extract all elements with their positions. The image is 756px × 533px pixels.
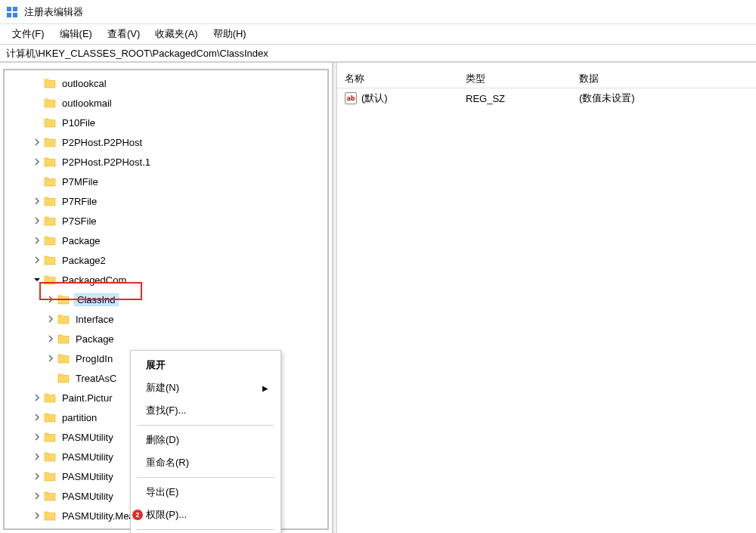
tree-item[interactable]: Interface [5, 309, 327, 329]
folder-icon [44, 491, 56, 501]
folder-icon [44, 412, 56, 423]
ctx-permissions[interactable]: 2 权限(P)... [131, 504, 280, 526]
ctx-export[interactable]: 导出(E) [131, 481, 280, 504]
tree-item-label: P7MFile [60, 175, 100, 188]
menu-file[interactable]: 文件(F) [5, 25, 52, 43]
tree-item[interactable]: Package [5, 231, 327, 250]
menubar: 文件(F) 编辑(E) 查看(V) 收藏夹(A) 帮助(H) [0, 24, 756, 44]
cell-name: ab(默认) [337, 90, 458, 107]
folder-icon [57, 314, 70, 324]
col-header-data[interactable]: 数据 [572, 69, 756, 88]
tree-item[interactable]: Package2 [5, 250, 327, 270]
tree-item[interactable]: ClassInd1 [5, 290, 327, 309]
tree-item[interactable]: outlookmail [5, 93, 327, 113]
tree-item-label: outlookmail [60, 97, 113, 110]
folder-icon [44, 432, 56, 442]
expander-icon[interactable] [32, 235, 42, 246]
svg-rect-3 [13, 13, 17, 17]
ctx-find[interactable]: 查找(F)... [131, 399, 280, 422]
ctx-separator-2 [137, 477, 274, 478]
tree-item-label: P7RFile [60, 195, 98, 208]
tree-item[interactable]: P7SFile [5, 211, 327, 231]
folder-icon [44, 98, 56, 108]
menu-favorites[interactable]: 收藏夹(A) [147, 25, 205, 43]
titlebar: 注册表编辑器 [0, 0, 756, 24]
cell-data: (数值未设置) [572, 90, 756, 107]
menu-view[interactable]: 查看(V) [100, 25, 147, 43]
folder-icon [57, 333, 70, 344]
folder-icon [44, 78, 56, 88]
tree-item-label: P2PHost.P2PHost.1 [60, 156, 152, 169]
tree-item-label: PASMUtility [60, 490, 115, 503]
folder-icon [44, 117, 56, 128]
tree-item-label: Paint.Pictur [60, 392, 113, 404]
ctx-rename[interactable]: 重命名(R) [131, 451, 280, 474]
list-body: ab(默认)REG_SZ(数值未设置) [337, 88, 756, 108]
string-value-icon: ab [345, 92, 357, 104]
ctx-new[interactable]: 新建(N) ▶ [131, 377, 280, 399]
menu-edit[interactable]: 编辑(E) [52, 25, 100, 43]
tree-item-label: P2PHost.P2PHost [60, 136, 144, 149]
tree-item-label: ProgIdIn [74, 352, 114, 365]
addressbar[interactable]: 计算机\HKEY_CLASSES_ROOT\PackagedCom\ClassI… [0, 44, 756, 62]
tree-item-label: outlookcal [60, 77, 108, 90]
tree-item-label: ClassInd [74, 293, 119, 306]
folder-icon [44, 471, 56, 482]
tree-item-label: P7SFile [60, 215, 98, 228]
tree-item[interactable]: P2PHost.P2PHost.1 [5, 152, 327, 172]
tree-item[interactable]: P7RFile [5, 191, 327, 211]
expander-icon[interactable] [32, 451, 42, 462]
tree-item[interactable]: P2PHost.P2PHost [5, 132, 327, 152]
col-header-type[interactable]: 类型 [458, 69, 572, 88]
svg-rect-0 [7, 7, 11, 11]
folder-icon [44, 176, 56, 187]
expander-icon[interactable] [45, 314, 56, 324]
tree-panel: outlookcaloutlookmailP10FileP2PHost.P2PH… [0, 63, 333, 533]
tree-item[interactable]: P10File [5, 113, 327, 132]
tree-item[interactable]: Package [5, 329, 327, 349]
folder-icon [44, 196, 56, 206]
app-icon [6, 6, 18, 18]
expander-icon[interactable] [45, 333, 56, 344]
expander-icon[interactable] [32, 255, 42, 265]
expander-icon[interactable] [32, 274, 42, 285]
folder-icon [44, 137, 56, 147]
content-area: outlookcaloutlookmailP10FileP2PHost.P2PH… [0, 62, 756, 533]
folder-icon [44, 215, 56, 226]
address-path: 计算机\HKEY_CLASSES_ROOT\PackagedCom\ClassI… [6, 48, 268, 59]
folder-icon [57, 294, 70, 305]
list-row[interactable]: ab(默认)REG_SZ(数值未设置) [337, 88, 756, 108]
ctx-expand[interactable]: 展开 [131, 354, 280, 377]
expander-icon[interactable] [32, 392, 42, 403]
expander-icon[interactable] [32, 432, 42, 442]
cell-type: REG_SZ [458, 91, 572, 106]
tree-item-label: P10File [60, 116, 97, 129]
expander-icon[interactable] [32, 471, 42, 482]
col-header-name[interactable]: 名称 [337, 69, 458, 88]
expander-icon[interactable] [32, 215, 42, 226]
expander-icon[interactable] [45, 294, 56, 305]
badge-2: 2 [132, 510, 143, 520]
tree-item-label: partition [60, 411, 98, 424]
expander-icon[interactable] [32, 156, 42, 167]
menu-help[interactable]: 帮助(H) [206, 25, 254, 43]
expander-icon[interactable] [32, 196, 42, 206]
ctx-delete[interactable]: 删除(D) [131, 429, 280, 451]
tree-item-label: Package [60, 234, 102, 247]
expander-icon[interactable] [45, 353, 56, 364]
expander-icon[interactable] [32, 491, 42, 501]
tree-item-label: Package2 [60, 254, 107, 267]
tree-item[interactable]: outlookcal [5, 73, 327, 93]
expander-icon[interactable] [32, 137, 42, 147]
folder-icon [44, 255, 56, 265]
context-menu: 展开 新建(N) ▶ 查找(F)... 删除(D) 重命名(R) 导出(E) 2 [130, 350, 281, 533]
svg-rect-1 [13, 7, 17, 11]
tree-item-label: PASMUtility [60, 470, 115, 483]
list-panel: 名称 类型 数据 ab(默认)REG_SZ(数值未设置) [337, 63, 756, 533]
tree-item[interactable]: P7MFile [5, 172, 327, 191]
tree-item[interactable]: PackagedCom [5, 270, 327, 290]
ctx-separator-3 [137, 529, 274, 530]
expander-icon[interactable] [32, 412, 42, 423]
tree-item-label: PASMUtility [60, 451, 115, 463]
expander-icon[interactable] [32, 510, 42, 521]
